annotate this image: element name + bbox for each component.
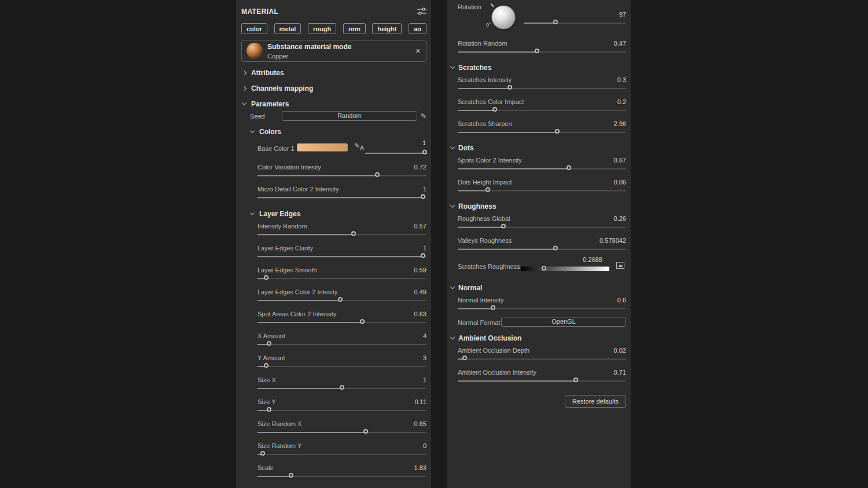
slider-handle[interactable] <box>260 451 265 456</box>
slider-track[interactable] <box>458 168 626 169</box>
slider-track[interactable] <box>258 432 426 433</box>
slider-handle[interactable] <box>492 107 497 112</box>
slider-handle[interactable] <box>567 165 571 170</box>
gradient-slider[interactable] <box>521 265 609 272</box>
slider-handle[interactable] <box>573 378 578 382</box>
slider-track[interactable] <box>458 227 626 228</box>
param-slider[interactable] <box>258 385 426 392</box>
slider-track[interactable] <box>458 132 626 133</box>
alpha-slider[interactable] <box>365 150 426 157</box>
param-slider[interactable] <box>258 194 426 201</box>
slider-handle[interactable] <box>421 253 425 258</box>
slider-track[interactable] <box>258 234 426 235</box>
param-slider[interactable] <box>458 107 626 114</box>
slider-track[interactable] <box>458 380 626 382</box>
param-slider[interactable] <box>258 297 426 304</box>
param-slider[interactable] <box>258 341 426 348</box>
slider-track[interactable] <box>258 476 426 477</box>
param-slider[interactable] <box>458 356 626 363</box>
section-channels-mapping[interactable]: Channels mapping <box>242 84 426 93</box>
menu-icon[interactable] <box>417 8 426 16</box>
param-slider[interactable] <box>458 224 626 231</box>
slider-track[interactable] <box>458 51 626 53</box>
restore-defaults-button[interactable]: Restore defaults <box>565 395 626 408</box>
param-slider[interactable] <box>258 253 426 260</box>
slider-handle[interactable] <box>507 85 512 90</box>
slider-handle[interactable] <box>542 266 546 271</box>
param-slider[interactable] <box>458 305 626 312</box>
slider-handle[interactable] <box>421 194 425 199</box>
slider-track[interactable] <box>258 175 426 176</box>
slider-track[interactable] <box>458 88 626 89</box>
normal-format-select[interactable]: OpenGL <box>501 317 626 327</box>
group-dots[interactable]: Dots <box>451 143 626 152</box>
group-colors[interactable]: Colors <box>251 127 426 136</box>
slider-handle[interactable] <box>555 129 560 134</box>
slider-handle[interactable] <box>267 407 271 412</box>
slider-handle[interactable] <box>553 246 558 250</box>
slider-handle[interactable] <box>363 429 368 434</box>
group-ambient-occlusion[interactable]: Ambient Occlusion <box>451 334 626 342</box>
edit-seed-icon[interactable]: ✎ <box>421 113 426 120</box>
slider-track[interactable] <box>258 197 426 198</box>
slider-handle[interactable] <box>351 231 356 236</box>
channel-button-ao[interactable]: ao <box>409 23 426 34</box>
slider-track[interactable] <box>258 344 426 345</box>
group-layer-edges[interactable]: Layer Edges <box>251 209 426 218</box>
slider-track[interactable] <box>258 366 426 367</box>
slider-track[interactable] <box>458 190 626 191</box>
slider-track[interactable] <box>365 153 426 154</box>
param-slider[interactable] <box>258 363 426 370</box>
slider-track[interactable] <box>524 23 626 24</box>
gradient-preview-icon[interactable] <box>616 262 624 270</box>
channel-button-rough[interactable]: rough <box>308 23 336 34</box>
color-picker-icon[interactable]: ✎ <box>354 142 360 149</box>
param-slider[interactable] <box>458 165 626 172</box>
slider-handle[interactable] <box>375 172 380 177</box>
slider-handle[interactable] <box>289 473 293 478</box>
slider-handle[interactable] <box>422 150 427 154</box>
slider-handle[interactable] <box>501 224 506 228</box>
slider-handle[interactable] <box>491 305 495 310</box>
param-slider[interactable] <box>258 451 426 458</box>
param-slider[interactable] <box>458 129 626 136</box>
section-attributes[interactable]: Attributes <box>242 68 426 77</box>
slider-handle[interactable] <box>264 275 269 280</box>
group-normal[interactable]: Normal <box>451 283 626 292</box>
slider-handle[interactable] <box>264 363 269 368</box>
slider-handle[interactable] <box>340 385 344 390</box>
param-slider[interactable] <box>458 378 626 385</box>
group-scratches[interactable]: Scratches <box>451 63 626 72</box>
slider-handle[interactable] <box>553 20 558 24</box>
slider-track[interactable] <box>458 308 626 309</box>
channel-button-height[interactable]: height <box>372 23 402 34</box>
rotation-slider[interactable] <box>524 20 626 27</box>
slider-handle[interactable] <box>535 49 539 53</box>
channel-button-nrm[interactable]: nrm <box>343 23 366 34</box>
param-slider[interactable] <box>458 49 626 56</box>
channel-button-metal[interactable]: metal <box>274 23 301 34</box>
group-roughness[interactable]: Roughness <box>451 202 626 210</box>
material-card[interactable]: Substance material mode Copper ✕ <box>241 40 426 62</box>
slider-handle[interactable] <box>462 356 467 360</box>
section-parameters[interactable]: Parameters <box>242 99 426 108</box>
slider-track[interactable] <box>258 256 426 257</box>
close-icon[interactable]: ✕ <box>415 47 421 55</box>
rotation-dial[interactable] <box>490 4 517 31</box>
slider-handle[interactable] <box>267 341 271 346</box>
param-slider[interactable] <box>458 85 626 92</box>
param-slider[interactable] <box>258 172 426 179</box>
param-slider[interactable] <box>258 231 426 238</box>
slider-track[interactable] <box>258 410 426 411</box>
param-slider[interactable] <box>258 319 426 326</box>
slider-handle[interactable] <box>338 297 343 302</box>
param-slider[interactable] <box>258 473 426 480</box>
slider-track[interactable] <box>458 358 626 360</box>
slider-track[interactable] <box>258 322 426 323</box>
param-slider[interactable] <box>458 187 626 194</box>
slider-handle[interactable] <box>360 319 365 324</box>
param-slider[interactable] <box>258 407 426 414</box>
slider-track[interactable] <box>458 249 626 250</box>
seed-input[interactable]: Random <box>282 111 417 121</box>
base-color-swatch[interactable] <box>297 143 348 151</box>
